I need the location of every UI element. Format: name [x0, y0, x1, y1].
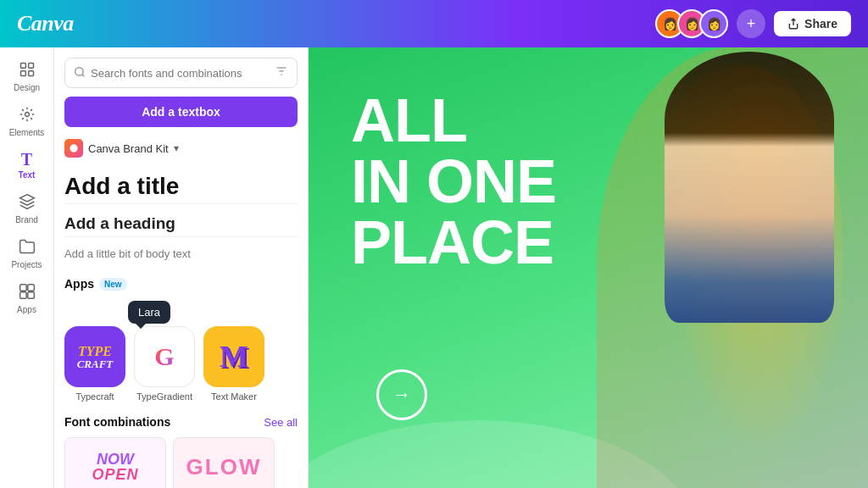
app-logo: Canva [17, 11, 74, 36]
now-text: NOW [97, 452, 134, 467]
app-typecraft[interactable]: TYPE CRAFT Typecraft [64, 326, 125, 402]
hero-line-2: IN ONE [351, 151, 556, 212]
chevron-down-icon: ▾ [174, 142, 179, 154]
svg-rect-2 [20, 71, 25, 76]
typegradient-icon: G [134, 326, 195, 387]
svg-rect-0 [20, 64, 25, 69]
search-icon [74, 66, 86, 80]
apps-grid: Lara TYPE CRAFT Typecraft G TypeGradient [64, 301, 298, 402]
sidebar-label-text: Text [19, 170, 36, 180]
font-combo-now-open[interactable]: NOW OPEN [64, 437, 166, 488]
add-heading-option[interactable]: Add a heading [64, 211, 298, 237]
add-textbox-button[interactable]: Add a textbox [64, 97, 298, 127]
font-combos-title: Font combinations [64, 415, 170, 429]
sidebar-label-elements: Elements [9, 128, 45, 137]
projects-icon [19, 238, 36, 258]
typecraft-icon: TYPE CRAFT [64, 326, 125, 387]
glow-text: GLOW [186, 454, 262, 480]
add-people-button[interactable]: + [737, 9, 765, 38]
svg-rect-1 [28, 64, 33, 69]
text-styles-section: Add a title Add a heading Add a little b… [64, 169, 298, 263]
text-icon: T [21, 151, 32, 168]
svg-rect-3 [28, 71, 33, 76]
sidebar-item-design[interactable]: Design [0, 54, 53, 99]
sidebar-label-design: Design [14, 83, 40, 92]
lara-tooltip: Lara [128, 301, 170, 324]
text-panel: Add a textbox Canva Brand Kit ▾ Add a ti… [54, 47, 309, 488]
new-badge: New [99, 278, 127, 291]
font-combinations-section: Font combinations See all NOW OPEN GLOW [64, 415, 298, 488]
main-layout: Design Elements T Text Brand Projects [0, 47, 868, 488]
arrow-right-icon: → [392, 384, 411, 406]
font-combo-glow[interactable]: GLOW [173, 437, 275, 488]
see-all-link[interactable]: See all [264, 416, 298, 429]
svg-point-13 [70, 144, 77, 152]
share-button[interactable]: Share [774, 11, 851, 36]
typegradient-label: TypeGradient [136, 391, 192, 402]
brand-icon [19, 193, 36, 213]
avatar-3: 👩 [699, 9, 728, 38]
canvas-area: ALL IN ONE PLACE → [309, 47, 868, 488]
font-combos-grid: NOW OPEN GLOW [64, 437, 298, 488]
svg-point-9 [75, 67, 83, 75]
apps-section-header: Apps New [64, 277, 298, 291]
filter-icon[interactable] [275, 64, 288, 81]
header-actions: 👩 👩 👩 + Share [655, 9, 851, 38]
header: Canva 👩 👩 👩 + Share [0, 0, 868, 47]
app-textmaker[interactable]: M Text Maker [203, 326, 264, 402]
apps-section: Apps New Lara TYPE CRAFT Typecraft [64, 277, 298, 402]
sidebar-label-apps: Apps [17, 305, 36, 314]
canvas-arrow-button[interactable]: → [376, 369, 427, 420]
sidebar-item-elements[interactable]: Elements [0, 99, 53, 144]
svg-rect-5 [19, 285, 26, 291]
svg-rect-8 [27, 292, 34, 299]
app-typegradient[interactable]: G TypeGradient [134, 326, 195, 402]
brand-kit-icon [64, 139, 83, 158]
typecraft-label: Typecraft [75, 391, 114, 402]
share-label: Share [804, 17, 837, 30]
add-title-option[interactable]: Add a title [64, 169, 298, 204]
hero-line-3: PLACE [351, 212, 556, 273]
svg-rect-7 [19, 292, 26, 299]
open-text: OPEN [92, 467, 138, 482]
sidebar-item-apps[interactable]: Apps [0, 276, 53, 321]
tooltip-text: Lara [138, 306, 160, 319]
apps-section-title: Apps [64, 277, 94, 291]
svg-point-4 [25, 113, 29, 117]
textmaker-icon: M [203, 326, 264, 387]
person-image [597, 47, 868, 488]
sidebar-label-brand: Brand [15, 215, 38, 225]
share-icon [787, 18, 799, 30]
canvas-hero-text: ALL IN ONE PLACE [351, 90, 556, 273]
design-icon [19, 61, 36, 80]
sidebar-item-projects[interactable]: Projects [0, 231, 53, 276]
hero-line-1: ALL [351, 90, 556, 151]
sidebar-label-projects: Projects [11, 260, 42, 269]
brand-kit-label: Canva Brand Kit [88, 142, 169, 155]
sidebar-item-brand[interactable]: Brand [0, 186, 53, 231]
search-row [64, 58, 298, 88]
sidebar-item-text[interactable]: T Text [0, 144, 53, 186]
sidebar: Design Elements T Text Brand Projects [0, 47, 54, 488]
avatar-group: 👩 👩 👩 [655, 9, 728, 38]
svg-rect-6 [27, 285, 34, 291]
apps-icon [19, 283, 36, 302]
search-input[interactable] [91, 67, 270, 80]
add-body-option[interactable]: Add a little bit of body text [64, 244, 298, 263]
elements-icon [19, 106, 36, 125]
brand-kit-row[interactable]: Canva Brand Kit ▾ [64, 139, 298, 158]
font-combinations-header: Font combinations See all [64, 415, 298, 429]
textmaker-label: Text Maker [211, 391, 257, 402]
